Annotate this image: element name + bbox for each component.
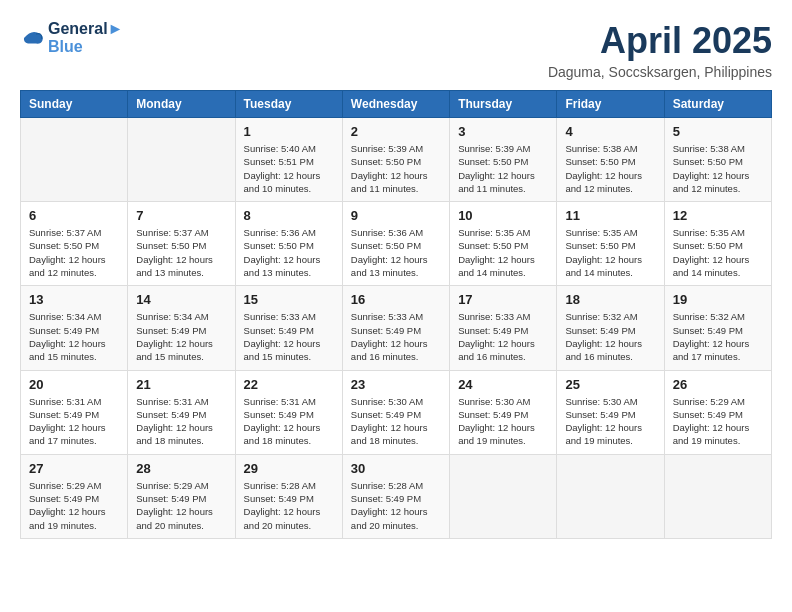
weekday-header-friday: Friday	[557, 91, 664, 118]
logo: General► Blue	[20, 20, 123, 55]
calendar-cell: 28Sunrise: 5:29 AM Sunset: 5:49 PM Dayli…	[128, 454, 235, 538]
calendar-cell: 16Sunrise: 5:33 AM Sunset: 5:49 PM Dayli…	[342, 286, 449, 370]
day-number: 30	[351, 461, 441, 476]
day-info: Sunrise: 5:32 AM Sunset: 5:49 PM Dayligh…	[673, 310, 763, 363]
day-number: 9	[351, 208, 441, 223]
day-number: 3	[458, 124, 548, 139]
day-number: 25	[565, 377, 655, 392]
day-info: Sunrise: 5:35 AM Sunset: 5:50 PM Dayligh…	[458, 226, 548, 279]
weekday-header-saturday: Saturday	[664, 91, 771, 118]
month-title: April 2025	[548, 20, 772, 62]
day-number: 28	[136, 461, 226, 476]
day-info: Sunrise: 5:29 AM Sunset: 5:49 PM Dayligh…	[673, 395, 763, 448]
day-info: Sunrise: 5:31 AM Sunset: 5:49 PM Dayligh…	[29, 395, 119, 448]
calendar-week-row: 20Sunrise: 5:31 AM Sunset: 5:49 PM Dayli…	[21, 370, 772, 454]
day-number: 13	[29, 292, 119, 307]
calendar-cell: 2Sunrise: 5:39 AM Sunset: 5:50 PM Daylig…	[342, 118, 449, 202]
day-number: 16	[351, 292, 441, 307]
calendar-cell	[450, 454, 557, 538]
calendar-cell: 26Sunrise: 5:29 AM Sunset: 5:49 PM Dayli…	[664, 370, 771, 454]
day-info: Sunrise: 5:31 AM Sunset: 5:49 PM Dayligh…	[136, 395, 226, 448]
page-header: General► Blue April 2025 Daguma, Soccsks…	[20, 20, 772, 80]
calendar-cell: 20Sunrise: 5:31 AM Sunset: 5:49 PM Dayli…	[21, 370, 128, 454]
day-info: Sunrise: 5:40 AM Sunset: 5:51 PM Dayligh…	[244, 142, 334, 195]
day-number: 23	[351, 377, 441, 392]
calendar-cell: 5Sunrise: 5:38 AM Sunset: 5:50 PM Daylig…	[664, 118, 771, 202]
calendar-cell: 6Sunrise: 5:37 AM Sunset: 5:50 PM Daylig…	[21, 202, 128, 286]
day-info: Sunrise: 5:31 AM Sunset: 5:49 PM Dayligh…	[244, 395, 334, 448]
day-info: Sunrise: 5:34 AM Sunset: 5:49 PM Dayligh…	[136, 310, 226, 363]
calendar-cell: 1Sunrise: 5:40 AM Sunset: 5:51 PM Daylig…	[235, 118, 342, 202]
day-info: Sunrise: 5:35 AM Sunset: 5:50 PM Dayligh…	[565, 226, 655, 279]
calendar-cell: 12Sunrise: 5:35 AM Sunset: 5:50 PM Dayli…	[664, 202, 771, 286]
logo-text: General► Blue	[48, 20, 123, 55]
day-info: Sunrise: 5:28 AM Sunset: 5:49 PM Dayligh…	[244, 479, 334, 532]
calendar-cell: 22Sunrise: 5:31 AM Sunset: 5:49 PM Dayli…	[235, 370, 342, 454]
title-area: April 2025 Daguma, Soccsksargen, Philipp…	[548, 20, 772, 80]
day-info: Sunrise: 5:30 AM Sunset: 5:49 PM Dayligh…	[458, 395, 548, 448]
day-number: 6	[29, 208, 119, 223]
calendar-cell: 17Sunrise: 5:33 AM Sunset: 5:49 PM Dayli…	[450, 286, 557, 370]
day-number: 24	[458, 377, 548, 392]
day-number: 29	[244, 461, 334, 476]
day-info: Sunrise: 5:28 AM Sunset: 5:49 PM Dayligh…	[351, 479, 441, 532]
calendar-cell: 29Sunrise: 5:28 AM Sunset: 5:49 PM Dayli…	[235, 454, 342, 538]
day-info: Sunrise: 5:36 AM Sunset: 5:50 PM Dayligh…	[244, 226, 334, 279]
calendar-cell: 10Sunrise: 5:35 AM Sunset: 5:50 PM Dayli…	[450, 202, 557, 286]
calendar-cell: 23Sunrise: 5:30 AM Sunset: 5:49 PM Dayli…	[342, 370, 449, 454]
calendar-cell: 21Sunrise: 5:31 AM Sunset: 5:49 PM Dayli…	[128, 370, 235, 454]
calendar-cell: 11Sunrise: 5:35 AM Sunset: 5:50 PM Dayli…	[557, 202, 664, 286]
calendar-cell: 25Sunrise: 5:30 AM Sunset: 5:49 PM Dayli…	[557, 370, 664, 454]
day-number: 1	[244, 124, 334, 139]
day-info: Sunrise: 5:34 AM Sunset: 5:49 PM Dayligh…	[29, 310, 119, 363]
day-number: 19	[673, 292, 763, 307]
calendar-cell: 19Sunrise: 5:32 AM Sunset: 5:49 PM Dayli…	[664, 286, 771, 370]
day-info: Sunrise: 5:29 AM Sunset: 5:49 PM Dayligh…	[136, 479, 226, 532]
day-info: Sunrise: 5:35 AM Sunset: 5:50 PM Dayligh…	[673, 226, 763, 279]
day-number: 10	[458, 208, 548, 223]
calendar-cell: 18Sunrise: 5:32 AM Sunset: 5:49 PM Dayli…	[557, 286, 664, 370]
logo-icon	[20, 26, 44, 50]
day-number: 14	[136, 292, 226, 307]
day-info: Sunrise: 5:39 AM Sunset: 5:50 PM Dayligh…	[351, 142, 441, 195]
day-number: 15	[244, 292, 334, 307]
day-info: Sunrise: 5:38 AM Sunset: 5:50 PM Dayligh…	[673, 142, 763, 195]
weekday-header-thursday: Thursday	[450, 91, 557, 118]
day-number: 11	[565, 208, 655, 223]
weekday-header-tuesday: Tuesday	[235, 91, 342, 118]
day-number: 21	[136, 377, 226, 392]
calendar-week-row: 27Sunrise: 5:29 AM Sunset: 5:49 PM Dayli…	[21, 454, 772, 538]
calendar-cell: 9Sunrise: 5:36 AM Sunset: 5:50 PM Daylig…	[342, 202, 449, 286]
day-info: Sunrise: 5:36 AM Sunset: 5:50 PM Dayligh…	[351, 226, 441, 279]
day-info: Sunrise: 5:33 AM Sunset: 5:49 PM Dayligh…	[244, 310, 334, 363]
calendar-cell: 24Sunrise: 5:30 AM Sunset: 5:49 PM Dayli…	[450, 370, 557, 454]
calendar-cell	[557, 454, 664, 538]
calendar-week-row: 13Sunrise: 5:34 AM Sunset: 5:49 PM Dayli…	[21, 286, 772, 370]
location-title: Daguma, Soccsksargen, Philippines	[548, 64, 772, 80]
day-info: Sunrise: 5:37 AM Sunset: 5:50 PM Dayligh…	[136, 226, 226, 279]
day-info: Sunrise: 5:39 AM Sunset: 5:50 PM Dayligh…	[458, 142, 548, 195]
day-info: Sunrise: 5:38 AM Sunset: 5:50 PM Dayligh…	[565, 142, 655, 195]
calendar-cell: 4Sunrise: 5:38 AM Sunset: 5:50 PM Daylig…	[557, 118, 664, 202]
calendar-cell: 13Sunrise: 5:34 AM Sunset: 5:49 PM Dayli…	[21, 286, 128, 370]
day-number: 20	[29, 377, 119, 392]
weekday-header-monday: Monday	[128, 91, 235, 118]
calendar-week-row: 6Sunrise: 5:37 AM Sunset: 5:50 PM Daylig…	[21, 202, 772, 286]
day-number: 5	[673, 124, 763, 139]
calendar-cell	[664, 454, 771, 538]
calendar-cell: 15Sunrise: 5:33 AM Sunset: 5:49 PM Dayli…	[235, 286, 342, 370]
calendar-cell: 27Sunrise: 5:29 AM Sunset: 5:49 PM Dayli…	[21, 454, 128, 538]
calendar-cell: 8Sunrise: 5:36 AM Sunset: 5:50 PM Daylig…	[235, 202, 342, 286]
calendar-week-row: 1Sunrise: 5:40 AM Sunset: 5:51 PM Daylig…	[21, 118, 772, 202]
calendar-cell: 7Sunrise: 5:37 AM Sunset: 5:50 PM Daylig…	[128, 202, 235, 286]
weekday-header-sunday: Sunday	[21, 91, 128, 118]
day-info: Sunrise: 5:33 AM Sunset: 5:49 PM Dayligh…	[351, 310, 441, 363]
calendar-cell: 30Sunrise: 5:28 AM Sunset: 5:49 PM Dayli…	[342, 454, 449, 538]
day-number: 26	[673, 377, 763, 392]
day-number: 2	[351, 124, 441, 139]
day-number: 12	[673, 208, 763, 223]
calendar-cell: 14Sunrise: 5:34 AM Sunset: 5:49 PM Dayli…	[128, 286, 235, 370]
day-info: Sunrise: 5:29 AM Sunset: 5:49 PM Dayligh…	[29, 479, 119, 532]
day-number: 18	[565, 292, 655, 307]
day-info: Sunrise: 5:32 AM Sunset: 5:49 PM Dayligh…	[565, 310, 655, 363]
